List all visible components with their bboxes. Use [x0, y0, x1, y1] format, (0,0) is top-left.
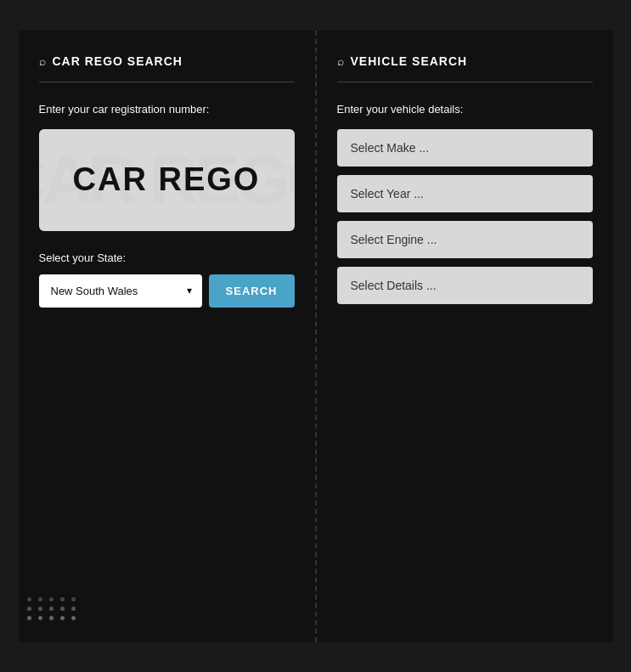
dot	[71, 616, 76, 620]
right-panel: ⌕ VEHICLE SEARCH Enter your vehicle deta…	[317, 31, 613, 642]
state-select[interactable]: New South Wales Victoria Queensland Sout…	[39, 274, 202, 308]
dot	[27, 597, 31, 601]
left-section-label: Enter your car registration number:	[39, 103, 295, 116]
right-section-label: Enter your vehicle details:	[337, 103, 593, 116]
right-search-icon: ⌕	[337, 54, 344, 68]
left-panel: ⌕ CAR REGO SEARCH Enter your car registr…	[19, 31, 317, 642]
right-panel-header: ⌕ VEHICLE SEARCH	[337, 54, 593, 68]
dot	[49, 597, 54, 601]
dots-row-2	[27, 607, 76, 611]
select-details-dropdown[interactable]: Select Details ...	[337, 267, 593, 304]
select-details-label: Select Details ...	[351, 279, 437, 292]
right-panel-title: VEHICLE SEARCH	[351, 54, 468, 68]
dot	[71, 607, 76, 611]
dots-row-3	[27, 616, 76, 620]
rego-display-text: CAR REGO	[73, 161, 261, 198]
dot	[49, 607, 54, 611]
dot	[49, 616, 54, 620]
dot	[71, 597, 76, 601]
dot	[38, 607, 42, 611]
left-divider	[39, 82, 295, 82]
select-year-dropdown[interactable]: Select Year ...	[337, 175, 593, 212]
dot	[60, 616, 65, 620]
select-engine-label: Select Engine ...	[351, 233, 437, 246]
select-make-label: Select Make ...	[351, 141, 430, 155]
dot	[38, 597, 42, 601]
select-engine-dropdown[interactable]: Select Engine ...	[337, 221, 593, 258]
select-make-dropdown[interactable]: Select Make ...	[337, 129, 593, 167]
main-container: ⌕ CAR REGO SEARCH Enter your car registr…	[19, 31, 613, 642]
dot	[60, 607, 65, 611]
search-button[interactable]: SEARCH	[209, 274, 295, 308]
dots-grid	[27, 597, 76, 625]
left-search-icon: ⌕	[39, 54, 46, 68]
dots-row-1	[27, 597, 76, 601]
dot	[27, 607, 31, 611]
state-select-wrapper[interactable]: New South Wales Victoria Queensland Sout…	[39, 274, 202, 308]
dot	[60, 597, 65, 601]
state-row: New South Wales Victoria Queensland Sout…	[39, 274, 295, 308]
select-year-label: Select Year ...	[351, 187, 424, 200]
right-divider	[337, 82, 593, 82]
state-label: Select your State:	[39, 251, 295, 264]
dot	[38, 616, 42, 620]
rego-input-box[interactable]: CAR REGO CAR REGO	[39, 129, 295, 231]
left-panel-header: ⌕ CAR REGO SEARCH	[39, 54, 295, 68]
left-panel-title: CAR REGO SEARCH	[53, 54, 183, 68]
dot	[27, 616, 31, 620]
